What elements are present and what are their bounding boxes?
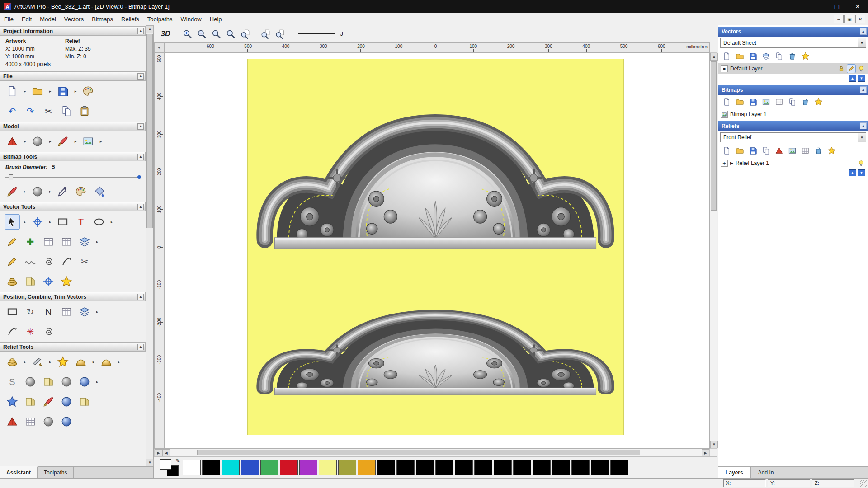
scan-image-icon[interactable] — [55, 134, 71, 149]
bitmap-to-vector-icon[interactable] — [760, 96, 772, 108]
zoom-fit-drawing-icon[interactable] — [274, 28, 286, 40]
flyout-arrow-icon[interactable]: ▸ — [23, 184, 27, 199]
flyout-arrow-icon[interactable]: ▸ — [48, 354, 52, 370]
star-relief-icon[interactable] — [5, 394, 20, 409]
palette-swatch-8[interactable] — [338, 460, 356, 475]
flyout-arrow-icon[interactable]: ▸ — [48, 214, 52, 230]
new-bitmap-layer-icon[interactable] — [721, 96, 732, 108]
triangle-mesh-icon[interactable] — [774, 145, 785, 156]
delete-relief-layer-icon[interactable] — [813, 145, 824, 156]
new-relief-layer-icon[interactable] — [721, 145, 732, 156]
vector-layer-row[interactable]: ● Default Layer — [718, 63, 868, 74]
move-layer-up-button[interactable]: ▲ — [849, 75, 856, 82]
scroll-up-icon[interactable]: ▲ — [146, 25, 154, 33]
select-vectors-icon[interactable] — [5, 214, 20, 230]
palette-swatch-7[interactable] — [319, 460, 337, 475]
scroll-down-icon[interactable]: ▼ — [710, 441, 718, 448]
panel-toggle-icon[interactable]: ▶ — [155, 449, 162, 457]
scrollbar-thumb[interactable] — [197, 450, 640, 455]
relief-tools-header[interactable]: Relief Tools ▲ — [0, 342, 146, 352]
palette-swatch-14[interactable] — [455, 460, 473, 475]
horizontal-ruler[interactable]: millimetres -600-500-400-300-200-1000100… — [164, 42, 710, 52]
flyout-arrow-icon[interactable]: ▸ — [23, 354, 27, 370]
scrollbar-thumb[interactable] — [711, 61, 717, 211]
scroll-left-icon[interactable]: ◀ — [162, 449, 170, 457]
texture-ball-icon[interactable] — [59, 394, 74, 409]
smooth-relief-icon[interactable] — [30, 354, 45, 370]
palette-swatch-19[interactable] — [552, 460, 570, 475]
collapse-icon[interactable]: ▲ — [860, 28, 867, 35]
model-preview-icon[interactable] — [30, 134, 45, 149]
colour-picker-icon[interactable] — [55, 184, 71, 199]
offset-vector-icon[interactable] — [5, 274, 20, 289]
paste-icon[interactable] — [77, 103, 92, 119]
extract-relief-icon[interactable] — [77, 394, 92, 409]
merge-bitmap-icon[interactable] — [787, 96, 798, 108]
add-relief-layer-icon[interactable]: ＋ — [721, 160, 728, 167]
flyout-arrow-icon[interactable]: ▸ — [23, 134, 27, 149]
collapse-icon[interactable]: ▲ — [137, 123, 144, 130]
toggle-visibility-icon[interactable] — [857, 159, 866, 168]
red-relief-icon[interactable] — [5, 414, 20, 429]
slider-max-marker[interactable] — [137, 175, 141, 179]
brush-diameter-slider[interactable] — [5, 174, 139, 180]
edit-layer-icon[interactable] — [847, 64, 856, 73]
cut-icon[interactable]: ✂ — [41, 103, 56, 119]
replace-colour-icon[interactable] — [30, 184, 45, 199]
paint-relief-icon[interactable] — [41, 394, 56, 409]
paste-array-icon[interactable] — [59, 304, 74, 319]
menu-help[interactable]: Help — [206, 14, 226, 24]
invert-relief-icon[interactable] — [59, 374, 74, 389]
assistant-panel-scrollbar[interactable]: ▲ ▼ — [146, 25, 153, 466]
profile-tool-icon[interactable] — [23, 274, 38, 289]
zoom-fit-page-icon[interactable] — [259, 28, 272, 40]
vector-grid-icon[interactable] — [59, 234, 74, 249]
flyout-arrow-icon[interactable]: ▸ — [73, 84, 78, 99]
relief-image-bottom[interactable] — [255, 308, 616, 399]
text-in-box-icon[interactable] — [41, 234, 56, 249]
relief-options-icon[interactable] — [826, 145, 837, 156]
toggle-visibility-icon[interactable] — [857, 64, 866, 73]
import-vectors-icon[interactable] — [760, 51, 772, 62]
vector-tools-header[interactable]: Vector Tools ▲ — [0, 202, 146, 211]
horizontal-scrollbar[interactable]: ▶ ◀ ▶ — [154, 449, 710, 456]
collapse-icon[interactable]: ▲ — [137, 73, 144, 80]
group-vectors-icon[interactable] — [77, 304, 92, 319]
slider-thumb[interactable] — [9, 174, 13, 180]
reduce-colours-icon[interactable] — [73, 184, 89, 199]
tab-add-in[interactable]: Add In — [751, 467, 782, 478]
chevron-down-icon[interactable]: ▼ — [858, 133, 866, 142]
bitmap-contrast-icon[interactable] — [774, 96, 785, 108]
align-objects-icon[interactable] — [5, 304, 20, 319]
arc-tool-icon[interactable] — [59, 254, 74, 269]
move-layer-up-button[interactable]: ▲ — [849, 169, 856, 176]
spline-fit-icon[interactable] — [41, 254, 56, 269]
collapse-icon[interactable]: ▲ — [860, 86, 867, 93]
palette-swatch-4[interactable] — [260, 460, 278, 475]
scrollbar-thumb[interactable] — [146, 34, 153, 228]
add-relief-icon[interactable] — [73, 354, 89, 370]
knife-icon[interactable]: ✂ — [77, 254, 92, 269]
shape-editor-icon[interactable]: S — [5, 374, 20, 389]
mdi-close-button[interactable]: ✕ — [855, 15, 865, 23]
position-combine-trim-header[interactable]: Position, Combine, Trim Vectors ▲ — [0, 292, 146, 301]
smooth-polyline-icon[interactable] — [23, 254, 38, 269]
line-width-sample[interactable] — [298, 33, 335, 34]
mdi-minimize-button[interactable]: – — [834, 15, 844, 23]
relief-preview-icon[interactable] — [787, 145, 798, 156]
canvas-viewport[interactable] — [164, 52, 710, 449]
offset-relief-icon[interactable] — [41, 374, 56, 389]
ruler-origin-button[interactable]: ＋ — [154, 42, 164, 52]
flyout-arrow-icon[interactable]: ▸ — [95, 374, 99, 389]
vector-sheet-select[interactable]: Default Sheet ▼ — [720, 38, 866, 48]
file-section-header[interactable]: File ▲ — [0, 71, 146, 81]
move-layer-down-button[interactable]: ▼ — [858, 169, 865, 176]
flyout-arrow-icon[interactable]: ▸ — [95, 234, 99, 249]
palette-swatch-12[interactable] — [416, 460, 434, 475]
relief-image-top[interactable] — [255, 112, 616, 255]
mesh-icon[interactable] — [800, 145, 811, 156]
flyout-arrow-icon[interactable]: ▸ — [48, 184, 52, 199]
relief-layer-row[interactable]: ＋ ▶ Relief Layer 1 — [718, 158, 868, 169]
minimize-button[interactable]: – — [806, 0, 826, 13]
palette-swatch-5[interactable] — [280, 460, 298, 475]
